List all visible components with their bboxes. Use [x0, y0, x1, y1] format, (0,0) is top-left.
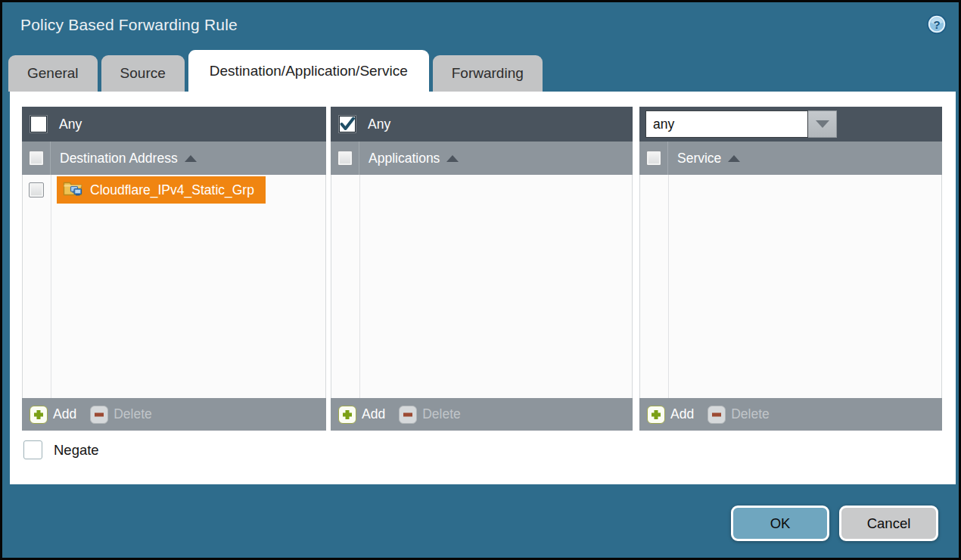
negate-label: Negate: [54, 442, 99, 459]
checkbox-column-divider: [359, 175, 360, 398]
applications-any-bar: Any: [331, 107, 633, 142]
add-button-label: Add: [670, 406, 694, 422]
tab-destination-application-service[interactable]: Destination/Application/Service: [188, 50, 429, 92]
service-dropdown-input[interactable]: [645, 110, 808, 138]
delete-minus-icon: [90, 406, 108, 424]
destination-select-all-cell: [22, 142, 51, 175]
destination-list: Cloudflare_IPv4_Static_Grp: [22, 175, 326, 398]
row-checkbox[interactable]: [29, 182, 44, 198]
applications-any-checkbox[interactable]: [339, 116, 356, 132]
applications-add-button[interactable]: Add: [338, 406, 385, 424]
checkbox-column-divider: [668, 175, 669, 398]
tab-general[interactable]: General: [8, 55, 98, 92]
checkbox-column-divider: [51, 175, 51, 398]
destination-footer: Add Delete: [22, 398, 326, 431]
tab-content-panel: Any Destination Address: [10, 92, 956, 484]
negate-row: Negate: [23, 440, 99, 459]
applications-any-label: Any: [368, 117, 390, 132]
add-plus-icon: [338, 406, 356, 424]
destination-address-name: Cloudflare_IPv4_Static_Grp: [90, 182, 254, 198]
applications-select-all-checkbox[interactable]: [337, 151, 353, 166]
applications-list: [331, 175, 633, 398]
destination-delete-button[interactable]: Delete: [90, 406, 152, 424]
service-combo: [645, 110, 837, 138]
chevron-down-icon: [816, 120, 829, 128]
destination-any-checkbox[interactable]: [30, 116, 47, 132]
service-header-label[interactable]: Service: [677, 151, 721, 166]
destination-column-header: Destination Address: [22, 142, 326, 175]
applications-footer: Add Delete: [331, 398, 633, 431]
destination-any-label: Any: [59, 117, 82, 132]
sort-ascending-icon: [446, 155, 459, 162]
applications-column: Any Applications Add: [331, 107, 633, 431]
applications-header-label[interactable]: Applications: [369, 151, 440, 166]
destination-address-column: Any Destination Address: [22, 107, 326, 431]
destination-address-entry[interactable]: Cloudflare_IPv4_Static_Grp: [57, 176, 266, 204]
service-delete-button[interactable]: Delete: [708, 406, 770, 424]
table-row: Cloudflare_IPv4_Static_Grp: [23, 175, 325, 205]
service-column-header: Service: [639, 142, 942, 175]
delete-button-label: Delete: [731, 406, 770, 422]
delete-minus-icon: [399, 406, 417, 424]
applications-delete-button[interactable]: Delete: [399, 406, 461, 424]
service-dropdown-bar: [639, 107, 942, 142]
destination-header-label[interactable]: Destination Address: [60, 151, 178, 166]
add-plus-icon: [647, 406, 665, 424]
policy-based-forwarding-dialog: Policy Based Forwarding Rule ? General S…: [0, 0, 961, 560]
help-icon[interactable]: ?: [926, 14, 947, 35]
ok-button[interactable]: OK: [731, 506, 829, 541]
service-dropdown-button[interactable]: [808, 110, 837, 138]
add-button-label: Add: [53, 406, 76, 422]
destination-select-all-checkbox[interactable]: [29, 151, 44, 166]
delete-button-label: Delete: [114, 406, 152, 422]
destination-any-bar: Any: [22, 107, 326, 142]
service-add-button[interactable]: Add: [647, 406, 694, 424]
delete-button-label: Delete: [422, 406, 461, 422]
negate-checkbox[interactable]: [23, 440, 42, 459]
svg-text:?: ?: [933, 18, 940, 31]
service-select-all-cell: [639, 142, 668, 175]
service-footer: Add Delete: [639, 398, 942, 431]
title-bar: Policy Based Forwarding Rule ?: [2, 2, 959, 48]
address-group-icon: [63, 179, 83, 201]
delete-minus-icon: [708, 406, 726, 424]
add-plus-icon: [30, 406, 48, 424]
service-list: [639, 175, 942, 398]
applications-column-header: Applications: [331, 142, 633, 175]
dialog-title: Policy Based Forwarding Rule: [20, 16, 238, 34]
cancel-button[interactable]: Cancel: [839, 506, 938, 541]
sort-ascending-icon: [185, 155, 197, 162]
tab-source[interactable]: Source: [101, 55, 185, 92]
service-column: Service Add Delete: [639, 107, 942, 431]
service-select-all-checkbox[interactable]: [646, 151, 661, 166]
tab-bar: General Source Destination/Application/S…: [8, 50, 546, 92]
applications-select-all-cell: [331, 142, 359, 175]
tab-forwarding[interactable]: Forwarding: [433, 55, 543, 92]
sort-ascending-icon: [728, 155, 740, 162]
destination-add-button[interactable]: Add: [30, 406, 76, 424]
add-button-label: Add: [362, 406, 385, 422]
